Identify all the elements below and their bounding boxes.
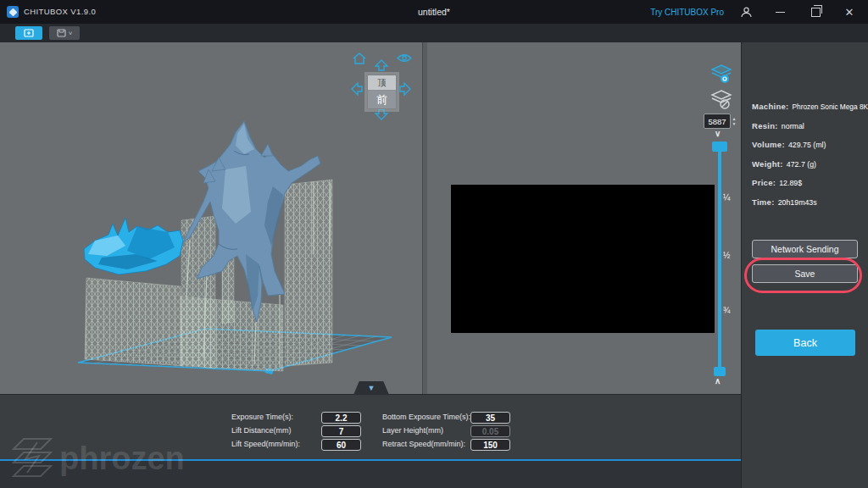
minimize-button[interactable] bbox=[768, 0, 792, 24]
slice-preview-panel: ▲ ▼ ∨ ¼ ½ ¾ ∧ bbox=[427, 42, 741, 394]
weight-label: Weight: bbox=[752, 159, 783, 169]
time-value: 20h19m43s bbox=[778, 198, 817, 207]
rotate-left-arrow-icon[interactable] bbox=[351, 81, 363, 97]
try-pro-link[interactable]: Try CHITUBOX Pro bbox=[650, 8, 724, 17]
slider-chevron-up-icon[interactable]: ∧ bbox=[715, 376, 721, 385]
layer-height-label: Layer Height(mm) bbox=[382, 425, 443, 436]
volume-value: 429.75 (ml) bbox=[788, 141, 826, 149]
resin-value: normal bbox=[782, 122, 804, 130]
layer-slider-handle[interactable] bbox=[712, 141, 727, 152]
resin-label: Resin: bbox=[752, 121, 778, 130]
volume-label: Volume: bbox=[752, 140, 785, 149]
restore-icon bbox=[811, 8, 821, 17]
account-button[interactable] bbox=[734, 0, 758, 24]
collapse-panel-tab[interactable]: ▼ bbox=[353, 381, 389, 395]
info-row-resin: Resin:normal bbox=[752, 119, 868, 131]
title-bar: CHITUBOX V1.9.0 untitled* Try CHITUBOX P… bbox=[0, 0, 868, 24]
rotate-right-arrow-icon[interactable] bbox=[399, 81, 411, 97]
print-info-panel: Machine:Phrozen Sonic Mega 8K Resin:norm… bbox=[741, 42, 868, 488]
lift-speed-label: Lift Speed(mm/min): bbox=[231, 439, 300, 450]
info-row-time: Time:20h19m43s bbox=[752, 196, 868, 208]
home-icon[interactable] bbox=[352, 52, 367, 65]
lift-distance-label: Lift Distance(mm) bbox=[231, 425, 292, 436]
exposure-time-label: Exposure Time(s): bbox=[231, 412, 293, 423]
collapse-triangle-icon: ▼ bbox=[368, 384, 376, 392]
open-file-icon bbox=[24, 29, 34, 37]
rotate-up-arrow-icon[interactable] bbox=[374, 59, 389, 71]
save-button[interactable]: Save bbox=[752, 264, 858, 283]
save-file-button[interactable]: ˅ bbox=[49, 26, 80, 40]
fraction-quarter-label: ¼ bbox=[723, 193, 730, 202]
chitubox-window: CHITUBOX V1.9.0 untitled* Try CHITUBOX P… bbox=[0, 0, 868, 488]
fraction-three-quarter-label: ¾ bbox=[723, 306, 730, 315]
bottom-strip bbox=[0, 461, 741, 488]
view-cube-front-face[interactable]: 前 bbox=[368, 91, 396, 108]
machine-value: Phrozen Sonic Mega 8K bbox=[793, 103, 868, 111]
info-row-weight: Weight:472.7 (g) bbox=[752, 158, 868, 169]
retract-speed-label: Retract Speed(mm/min): bbox=[382, 439, 465, 450]
network-sending-button[interactable]: Network Sending bbox=[752, 240, 858, 258]
viewport-3d[interactable]: 顶 前 bbox=[0, 42, 422, 394]
layers-hidden-icon[interactable] bbox=[710, 90, 732, 110]
bottom-exposure-time-input[interactable] bbox=[470, 412, 510, 424]
print-info-list: Machine:Phrozen Sonic Mega 8K Resin:norm… bbox=[752, 100, 868, 208]
info-row-price: Price:12.89$ bbox=[752, 176, 868, 188]
info-row-machine: Machine:Phrozen Sonic Mega 8K bbox=[752, 100, 868, 112]
layer-spinner[interactable]: ▲ ▼ bbox=[731, 114, 737, 128]
save-dropdown-chevron-icon: ˅ bbox=[69, 30, 73, 37]
spin-down-icon[interactable]: ▼ bbox=[732, 121, 737, 126]
layer-height-input bbox=[470, 425, 510, 437]
exposure-time-input[interactable] bbox=[321, 412, 361, 424]
view-cube-top-face[interactable]: 顶 bbox=[368, 75, 396, 91]
rotate-down-arrow-icon[interactable] bbox=[374, 108, 389, 120]
rock-model[interactable] bbox=[84, 218, 183, 274]
close-button[interactable]: ✕ bbox=[837, 0, 861, 24]
eye-icon[interactable] bbox=[397, 53, 412, 64]
price-label: Price: bbox=[752, 178, 776, 187]
open-file-button[interactable] bbox=[15, 26, 42, 40]
layer-number-input[interactable] bbox=[704, 114, 731, 129]
retract-speed-input[interactable] bbox=[470, 439, 510, 451]
machine-label: Machine: bbox=[752, 102, 789, 111]
layer-slider-lower-handle[interactable] bbox=[714, 367, 726, 376]
time-label: Time: bbox=[752, 197, 775, 207]
price-value: 12.89$ bbox=[779, 179, 802, 187]
layer-slider-track[interactable] bbox=[718, 144, 721, 371]
nav-gizmo: 顶 前 bbox=[0, 42, 422, 169]
back-button[interactable]: Back bbox=[755, 330, 855, 356]
bottom-exposure-time-label: Bottom Exposure Time(s): bbox=[382, 412, 470, 423]
slider-chevron-down-icon[interactable]: ∨ bbox=[715, 129, 721, 138]
slice-preview-image bbox=[451, 185, 715, 333]
save-file-icon bbox=[57, 29, 66, 37]
save-button-wrap: Save bbox=[742, 263, 868, 284]
lift-speed-input[interactable] bbox=[321, 439, 361, 451]
info-row-volume: Volume:429.75 (ml) bbox=[752, 138, 868, 150]
layers-visible-icon[interactable] bbox=[710, 64, 732, 85]
toolbar: ˅ bbox=[0, 24, 868, 43]
view-cube[interactable]: 顶 前 bbox=[367, 75, 397, 109]
person-icon bbox=[740, 6, 753, 19]
print-settings-panel: ▼ Exposure Time(s): Lift Distance(mm) Li… bbox=[0, 394, 741, 488]
lift-distance-input[interactable] bbox=[321, 425, 361, 437]
fraction-half-label: ½ bbox=[723, 251, 730, 260]
weight-value: 472.7 (g) bbox=[787, 160, 816, 169]
restore-button[interactable] bbox=[804, 0, 827, 24]
